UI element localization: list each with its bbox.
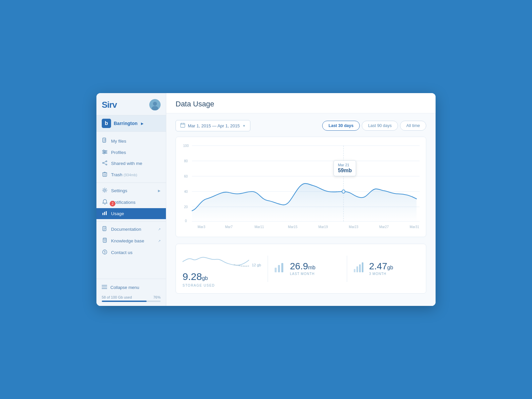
sidebar-item-documentation[interactable]: Documentation ↗ [96,223,166,235]
bar-chart-icon [273,262,285,276]
gear-icon [102,188,108,194]
controls-row: Mar 1, 2015 — Apr 1, 2015 ▼ Last 30 days… [176,120,426,131]
svg-text:Mar7: Mar7 [225,225,233,229]
help-icon [102,249,108,256]
sidebar-item-shared-with-me[interactable]: Shared with me [96,158,166,169]
account-icon: b [102,119,111,128]
svg-point-12 [102,162,103,163]
svg-text:Mar11: Mar11 [254,225,264,229]
period-btn-30[interactable]: Last 30 days [322,121,360,131]
three-month-value: 2.47gb [369,262,393,271]
main-header: Data Usage [166,93,436,113]
svg-text:Mar3: Mar3 [198,225,205,229]
svg-rect-15 [103,173,107,177]
external-link-icon-2: ↗ [158,239,161,243]
storage-used-label: STORAGE USED [183,284,215,287]
svg-rect-21 [104,212,105,215]
sidebar-item-settings[interactable]: Settings ▶ [96,185,166,197]
svg-rect-22 [106,211,107,215]
calendar-icon [180,123,185,129]
storage-bar-fill [102,301,147,302]
period-btn-90[interactable]: Last 90 days [362,121,398,131]
book-icon [102,238,108,244]
sidebar-item-label: Settings [111,188,155,193]
svg-text:Mar19: Mar19 [319,225,328,229]
last-month-value: 26.9mb [290,262,316,271]
dropdown-arrow-icon: ▼ [242,124,246,128]
svg-rect-36 [181,123,185,127]
svg-rect-68 [362,262,363,272]
chart-svg-wrapper: 100 80 60 40 20 0 [179,142,423,233]
usage-chart-svg: 100 80 60 40 20 0 [179,142,423,232]
account-name: Barrington [114,121,138,126]
trash-icon [102,172,108,178]
sidebar-item-label: Documentation [111,227,155,232]
last-month-label: LAST MONTH [290,272,316,276]
file-icon [102,138,108,144]
share-icon [102,161,108,166]
stats-row: 12 gb 9.28gb STORAGE USED [176,244,426,294]
svg-point-32 [104,253,105,254]
sidebar-item-my-files[interactable]: My files [96,135,166,147]
page-title: Data Usage [176,100,426,108]
sidebar-item-knowledge-base[interactable]: Knowledge base ↗ [96,235,166,247]
sidebar-item-label: Contact us [111,250,161,255]
settings-arrow-icon: ▶ [158,189,161,193]
main-body: Mar 1, 2015 — Apr 1, 2015 ▼ Last 30 days… [166,113,436,306]
external-link-icon: ↗ [158,227,161,231]
sidebar-item-label: My files [111,139,161,144]
account-row[interactable]: b Barrington ▶ [96,115,166,132]
svg-text:40: 40 [184,190,188,194]
storage-text-row: 58 of 100 Gb used 76% [102,295,161,299]
three-month-label: 3 MONTH [369,272,393,276]
svg-rect-66 [356,266,358,272]
nav-divider [96,183,166,183]
menu-icon [102,285,107,290]
svg-text:Mar15: Mar15 [288,225,298,229]
sidebar-item-profiles[interactable]: Profiles [96,147,166,158]
app-container: Sirv b Barrington ▶ My files [96,93,436,306]
svg-point-7 [103,150,104,151]
sidebar-item-label: Shared with me [111,161,161,166]
svg-rect-67 [359,264,361,272]
collapse-menu-button[interactable]: Collapse menu [102,283,161,292]
svg-point-8 [105,151,106,153]
svg-point-53 [342,190,345,193]
sidebar-footer: Collapse menu 58 of 100 Gb used 76% [96,279,166,306]
date-range-picker[interactable]: Mar 1, 2015 — Apr 1, 2015 ▼ [176,120,250,131]
period-btn-all[interactable]: All time [400,121,426,131]
svg-point-19 [104,189,106,191]
avatar[interactable] [149,99,161,110]
notification-badge: 2 [110,201,115,206]
svg-rect-20 [102,213,103,215]
sidebar-item-contact-us[interactable]: Contact us [96,247,166,258]
svg-text:60: 60 [184,174,188,179]
stat-sparkline-storage: 12 gb 9.28gb STORAGE USED [176,244,268,293]
sidebar-item-label: Notifications [111,200,161,205]
sidebar-header: Sirv [96,93,166,115]
chart-bar-icon [102,211,108,216]
stat-last-month-info: 26.9mb LAST MONTH [290,262,316,276]
storage-used-value: 9.28gb [183,271,208,282]
sidebar-item-label: Trash (934mb) [111,172,161,177]
svg-text:Mar31: Mar31 [410,225,419,229]
sidebar: Sirv b Barrington ▶ My files [96,93,166,306]
nav-divider-2 [96,221,166,221]
svg-text:80: 80 [184,159,188,163]
sidebar-item-trash[interactable]: Trash (934mb) [96,169,166,181]
sliders-icon [102,150,108,155]
sidebar-nav: My files Profiles Shared with me [96,132,166,279]
svg-text:Mar23: Mar23 [349,225,358,229]
sidebar-item-notifications[interactable]: 2 Notifications [96,197,166,208]
stat-last-month: 26.9mb LAST MONTH [268,256,347,282]
svg-line-14 [104,163,106,164]
svg-text:20: 20 [184,205,188,209]
stat-three-month-info: 2.47gb 3 MONTH [369,262,393,276]
svg-text:100: 100 [183,144,189,148]
storage-percent-text: 76% [153,295,161,299]
svg-point-1 [153,102,157,106]
svg-point-11 [106,164,107,165]
svg-point-10 [106,161,107,162]
svg-rect-62 [275,268,277,272]
sidebar-item-usage[interactable]: Usage [96,208,166,219]
